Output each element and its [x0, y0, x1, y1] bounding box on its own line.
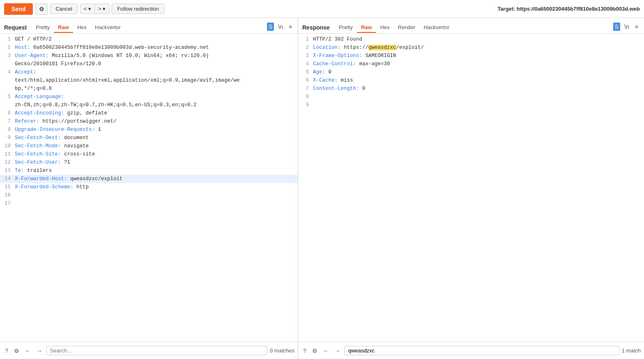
request-line-10: 10 Sec-Fetch-Mode: navigate [0, 142, 298, 150]
response-line-8: 8 [298, 93, 644, 101]
response-code-area[interactable]: 1 HTTP/2 302 Found 2 Location: https://q… [298, 34, 644, 342]
tab-request-hex[interactable]: Hex [73, 23, 91, 33]
tab-response-hackvertor[interactable]: Hackvertor [419, 23, 453, 33]
tab-response-pretty[interactable]: Pretty [335, 23, 357, 33]
tab-response-hex[interactable]: Hex [376, 23, 394, 33]
request-search-bar: ? ⚙ ← → 0 matches [0, 342, 298, 359]
request-line-17: 17 [0, 199, 298, 208]
response-wrap-icon[interactable]: \n [623, 23, 631, 31]
request-code-area[interactable]: 1 GET / HTTP/2 2 Host: 0a6500230445b7ff8… [0, 34, 298, 342]
response-line-3: 3 X-Frame-Options: SAMEORIGIN [298, 52, 644, 60]
response-match-count: 1 match [622, 348, 641, 354]
response-help-button[interactable]: ? [301, 347, 308, 355]
response-next-match-button[interactable]: → [333, 347, 342, 355]
nav-next-button[interactable]: > ▾ [95, 4, 109, 14]
response-line-7: 7 Content-Length: 0 [298, 85, 644, 93]
request-search-settings-button[interactable]: ⚙ [12, 347, 21, 355]
request-panel: Request Pretty Raw Hex Hackvertor S \n ≡… [0, 18, 298, 359]
request-line-4: 4 Accept: [0, 68, 298, 76]
response-line-9: 9 [298, 101, 644, 109]
request-match-count: 0 matches [270, 348, 294, 354]
request-line-2: 2 Host: 0a6500230445b7ff810e8e13009b003d… [0, 43, 298, 52]
response-search-bar: ? ⚙ ← → 1 match [298, 342, 644, 359]
request-line-4c: bp,*/*;q=0.8 [0, 85, 298, 93]
request-panel-title: Request [4, 24, 27, 31]
nav-buttons: < ▾ > ▾ [80, 4, 109, 14]
response-line-2: 2 Location: https://qweasdzxc/exploit/ [298, 43, 644, 52]
request-help-button[interactable]: ? [3, 347, 10, 355]
request-style-icon[interactable]: S [267, 23, 274, 31]
response-menu-icon[interactable]: ≡ [633, 23, 640, 31]
response-style-icon[interactable]: S [613, 23, 620, 31]
response-search-settings-button[interactable]: ⚙ [310, 347, 319, 355]
request-line-3: 3 User-Agent: Mozilla/5.0 (Windows NT 10… [0, 52, 298, 60]
tab-request-raw[interactable]: Raw [54, 23, 73, 33]
response-line-1: 1 HTTP/2 302 Found [298, 35, 644, 43]
request-line-1: 1 GET / HTTP/2 [0, 35, 298, 43]
request-line-8: 8 Upgrade-Insecure-Requests: 1 [0, 126, 298, 134]
request-line-14: 14 X-Forwarded-Host: qweasdzxc/exploit [0, 175, 298, 183]
settings-button[interactable]: ⚙ [35, 3, 48, 15]
response-tab-icons: S \n ≡ [613, 23, 640, 32]
tab-response-raw[interactable]: Raw [357, 23, 376, 33]
request-line-15: 15 X-Forwarded-Scheme: http [0, 183, 298, 191]
send-button[interactable]: Send [4, 3, 33, 15]
request-tabs: Pretty Raw Hex Hackvertor [32, 23, 267, 32]
request-line-9: 9 Sec-Fetch-Dest: document [0, 134, 298, 142]
tab-response-render[interactable]: Render [394, 23, 420, 33]
tab-request-hackvertor[interactable]: Hackvertor [91, 23, 125, 33]
request-search-input[interactable] [46, 346, 267, 355]
request-line-4b: text/html,application/xhtml+xml,applicat… [0, 76, 298, 85]
request-line-16: 16 [0, 191, 298, 199]
request-prev-match-button[interactable]: ← [23, 347, 32, 355]
request-line-3b: Gecko/20100101 Firefox/120.0 [0, 60, 298, 68]
response-search-input[interactable] [345, 346, 619, 355]
request-line-5b: zh-CN,zh;q=0.8,zh-TW;q=0.7,zh-HK;q=0.5,e… [0, 101, 298, 109]
response-line-6: 6 X-Cache: miss [298, 76, 644, 85]
tab-request-pretty[interactable]: Pretty [32, 23, 54, 33]
request-line-7: 7 Referer: https://portswigger.net/ [0, 117, 298, 126]
request-next-match-button[interactable]: → [35, 347, 44, 355]
main-content: Request Pretty Raw Hex Hackvertor S \n ≡… [0, 18, 644, 359]
response-tabs: Pretty Raw Hex Render Hackvertor [335, 23, 613, 32]
response-panel-header: Response Pretty Raw Hex Render Hackverto… [298, 18, 644, 34]
follow-redirection-button[interactable]: Follow redirection [112, 4, 164, 14]
request-line-12: 12 Sec-Fetch-User: ?1 [0, 158, 298, 167]
nav-prev-button[interactable]: < ▾ [80, 4, 95, 14]
response-panel: Response Pretty Raw Hex Render Hackverto… [298, 18, 644, 359]
toolbar: Send ⚙ Cancel < ▾ > ▾ Follow redirection… [0, 0, 644, 18]
request-line-6: 6 Accept-Encoding: gzip, deflate [0, 109, 298, 117]
target-url: Target: https://0a6500230445b7ff810e8e13… [497, 6, 640, 12]
cancel-button[interactable]: Cancel [50, 4, 77, 14]
request-panel-header: Request Pretty Raw Hex Hackvertor S \n ≡ [0, 18, 298, 34]
request-line-13: 13 Te: trailers [0, 167, 298, 175]
request-tab-icons: S \n ≡ [267, 23, 294, 32]
request-line-5: 5 Accept-Language: [0, 93, 298, 101]
request-menu-icon[interactable]: ≡ [287, 23, 294, 31]
request-wrap-icon[interactable]: \n [276, 23, 285, 31]
response-line-5: 5 Age: 0 [298, 68, 644, 76]
response-panel-title: Response [302, 24, 330, 31]
response-prev-match-button[interactable]: ← [322, 347, 331, 355]
response-line-4: 4 Cache-Control: max-age=30 [298, 60, 644, 68]
request-line-11: 11 Sec-Fetch-Site: cross-site [0, 150, 298, 158]
